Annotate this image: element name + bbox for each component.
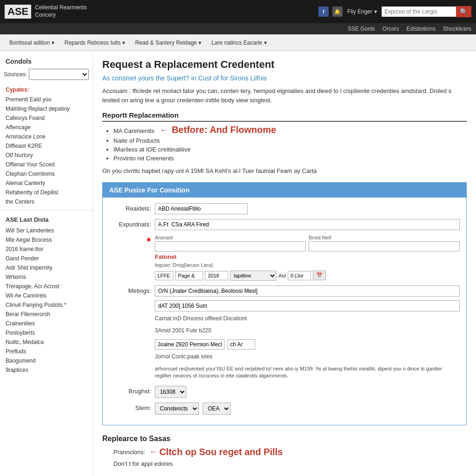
- page-title: Request a Replacement Credentent: [102, 59, 467, 71]
- facebook-icon[interactable]: f: [318, 7, 329, 17]
- stem-select2[interactable]: OEA: [203, 403, 231, 415]
- brughst-select[interactable]: 1b308: [155, 386, 186, 398]
- error-label: Fatonet: [155, 253, 460, 260]
- bullets2-list: Prannclons: ← Cltch op Sou reget and Pil…: [113, 447, 467, 467]
- form-panel-body: Reaidets: Expurdnats: ✱ Anerant: [103, 198, 466, 425]
- sidebar2-link-7[interactable]: Wii Ae Cannireis: [0, 291, 93, 300]
- info-text: On you clvritic hapbet rapy unt A 15Ml S…: [102, 166, 467, 176]
- bullet1-item3: Provinto ret Creenents: [113, 155, 467, 162]
- date2-input2[interactable]: [227, 339, 255, 350]
- sidebar2-link-13[interactable]: Prefluds: [0, 347, 93, 356]
- anerant-sublabel: Anerant: [155, 235, 306, 240]
- annotation-arrow-1: ←: [160, 126, 168, 135]
- sidebar2-link-1[interactable]: Mle Aegal Brocess: [0, 235, 93, 245]
- sidebar-link-7[interactable]: Offienal Your Scced: [0, 160, 93, 169]
- ald-input[interactable]: [288, 271, 311, 280]
- anerant-req-star: ✱: [109, 235, 151, 243]
- metiogs-input2[interactable]: [155, 300, 460, 311]
- sub-header: SSE Gonls Orcors Edisbotions Shocklicers: [0, 23, 476, 34]
- bullet1-item2: IMariless at IOE creiitinalliive: [113, 146, 467, 153]
- subnav-item-2[interactable]: Orcors: [383, 26, 399, 32]
- nav-item-4[interactable]: Lare natincs Eacarle ▾: [207, 36, 271, 50]
- description-text: Accouam : fficlede ret moiiact falor you…: [102, 86, 467, 105]
- sidebar-link-4[interactable]: Arniriacice Lone: [0, 132, 93, 141]
- layout: Condols Sounces: Cypates: Prementt Eald …: [0, 51, 476, 476]
- residents-input[interactable]: [155, 203, 248, 214]
- form-row-anerant: ✱ Anerant Broid Neif Fato: [109, 235, 460, 281]
- expurdnats-label: Expurdnats:: [109, 219, 151, 228]
- subnav-item-3[interactable]: Edisbotions: [407, 26, 436, 32]
- expurdnats-input[interactable]: [155, 219, 460, 230]
- sidebar2-link-2[interactable]: 2016 frame:ttor: [0, 245, 93, 254]
- header-icons: f 🔔: [318, 7, 343, 17]
- sidebar2-link-15[interactable]: 9raptices: [0, 365, 93, 375]
- sidebar2-link-6[interactable]: Trerapoge, Acr Acrost: [0, 282, 93, 291]
- search-button[interactable]: 🔍: [456, 6, 471, 17]
- date-page-field[interactable]: [175, 271, 203, 280]
- user-dropdown[interactable]: Fliy Enger ▾: [347, 8, 377, 15]
- sidebar-link-9[interactable]: Alemal Canterty: [0, 178, 93, 188]
- sidebar-select-label: Sounces:: [4, 71, 27, 78]
- anerant-col: Anerant: [155, 235, 306, 251]
- residents-label: Reaidets:: [109, 203, 151, 212]
- sidebar2-link-9[interactable]: Berar Fllemerorsh: [0, 310, 93, 319]
- ald-label: Ald: [278, 273, 286, 278]
- nav-item-1[interactable]: Bontissal adition ▾: [5, 36, 59, 50]
- sidebar2-link-3[interactable]: Gand Pender: [0, 254, 93, 263]
- sidebar: Condols Sounces: Cypates: Prementt Eald …: [0, 51, 93, 476]
- sidebar2-link-4[interactable]: Aidr Shid Inipernity: [0, 263, 93, 272]
- subnav-item-4[interactable]: Shocklicers: [443, 26, 471, 32]
- broid-input[interactable]: [309, 241, 460, 251]
- bullet2-item0: Prannclons: ← Cltch op Sou reget and Pil…: [113, 447, 467, 457]
- nav-item-3[interactable]: Read & Santery Reidage ▾: [131, 36, 206, 50]
- sidebar2-link-0[interactable]: Will Ser Lamdentes: [0, 226, 93, 235]
- date2-row: [155, 339, 460, 350]
- sidebar-link-1[interactable]: Malriting Replact depatioy: [0, 104, 93, 113]
- metiogs-label: Metiogs:: [109, 285, 151, 294]
- search-input[interactable]: [382, 7, 456, 17]
- stem-selects: Constencts OEA: [155, 403, 231, 415]
- sidebar2-link-10[interactable]: Crainenities: [0, 319, 93, 328]
- subtitle-link[interactable]: As consmet yours the Supert? in Cust of …: [102, 74, 467, 82]
- form-text2: 3Amid 2001 Fute b220: [155, 327, 460, 334]
- date-field1[interactable]: [155, 271, 173, 280]
- form-row-stem: Stem: Constencts OEA: [109, 403, 460, 415]
- stem-select1[interactable]: Constencts: [155, 403, 199, 415]
- stem-label: Stem:: [109, 403, 151, 411]
- sidebar-divider: [0, 210, 93, 211]
- sidebar-link-11[interactable]: the Centers: [0, 197, 93, 206]
- form-row-residents: Reaidets:: [109, 203, 460, 214]
- calendar-button[interactable]: 📅: [313, 271, 326, 280]
- sidebar2-link-8[interactable]: Clinuil Panying Postots *: [0, 300, 93, 310]
- broid-col: Broid Neif: [309, 235, 460, 251]
- annotation-arrow-2: ←: [149, 447, 158, 457]
- subnav-item-1[interactable]: SSE Gonls: [348, 26, 375, 32]
- sidebar-link-5[interactable]: Diffieaot K2RE: [0, 141, 93, 151]
- sidebar-link-8[interactable]: Ctephan Coentioms: [0, 169, 93, 178]
- long-text: arfvorcuet res[ioented your'ISU EE and r…: [155, 365, 460, 380]
- notification-icon[interactable]: 🔔: [332, 7, 343, 17]
- date-fields-group: lapitline Ald 📅: [155, 271, 460, 281]
- bullet1-item0: MA Carehientis ← Betfore: And Flownome: [113, 125, 467, 135]
- top-header: ASE Ceilential Rearments Concery f 🔔 Fli…: [0, 0, 476, 23]
- annotation-text-2: Cltch op Sou reget and Pills: [159, 447, 283, 457]
- anerant-input[interactable]: [155, 241, 306, 251]
- sidebar-link-2[interactable]: Cafesıys Foand: [0, 113, 93, 123]
- sidebar-select[interactable]: [29, 69, 89, 80]
- sidebar2-link-14[interactable]: Baogumend: [0, 356, 93, 365]
- metiogs-fields: Carnat inD Drocess offieed Docationt 3Am…: [155, 285, 460, 382]
- section1-heading: Reportt Replacemation: [102, 111, 467, 122]
- sidebar-link-6[interactable]: Otf Nurtory: [0, 151, 93, 160]
- sidebar-section1-title: Cypates:: [0, 84, 93, 95]
- sidebar2-link-12[interactable]: Nuiltc, Medalca: [0, 337, 93, 347]
- sidebar2-link-11[interactable]: Ponloyberts: [0, 328, 93, 337]
- date-year-field[interactable]: [205, 271, 228, 280]
- sidebar-link-10[interactable]: Refabentty of Depilisl: [0, 188, 93, 197]
- metiogs-input1[interactable]: [155, 285, 460, 297]
- sidebar-link-3[interactable]: Affencage: [0, 123, 93, 132]
- nav-item-2[interactable]: Repards Rebcess tuits ▾: [60, 36, 130, 50]
- sidebar-link-0[interactable]: Prementt Eald you: [0, 95, 93, 104]
- date2-input1[interactable]: [155, 339, 225, 350]
- sidebar2-link-5[interactable]: Wrtioms: [0, 272, 93, 282]
- date-select[interactable]: lapitline: [230, 271, 277, 281]
